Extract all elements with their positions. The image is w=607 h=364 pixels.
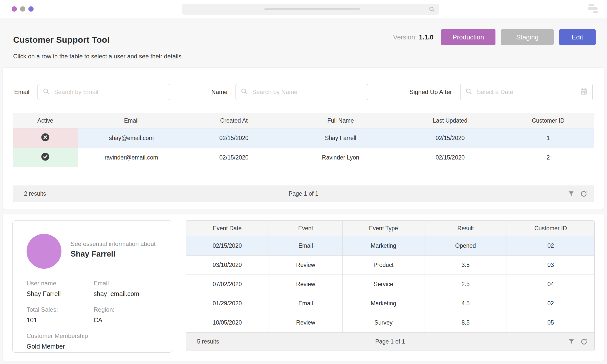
window-dot-middle[interactable] [20, 6, 25, 12]
event-date: 07/02/2020 [186, 275, 269, 294]
col-last-updated: Last Updated [398, 113, 502, 128]
detail-intro-text: See essential information about [71, 240, 156, 247]
date-input[interactable] [477, 88, 580, 96]
event: Review [269, 313, 343, 332]
production-button[interactable]: Production [441, 29, 495, 45]
col-customer-id: Customer ID [502, 113, 594, 128]
event-row[interactable]: 02/15/2020 Email Marketing Opened 02 [186, 236, 594, 256]
user-email: shay@email.com [78, 128, 185, 148]
name-filter-label: Name [211, 88, 227, 96]
event-customer-id: 05 [507, 313, 594, 332]
detail-fields: User name Shay Farrell Email shay_email.… [27, 280, 162, 350]
date-filter-label: Signed Up After [409, 88, 452, 96]
email-search-box [37, 84, 170, 100]
version-value: 1.1.0 [419, 33, 433, 41]
user-row-shay[interactable]: shay@email.com 02/15/2020 Shay Farrell 0… [13, 128, 594, 148]
search-icon [42, 88, 50, 96]
window-dot-left[interactable] [12, 6, 17, 12]
filters-row: Email Name Signed Up After [13, 84, 594, 100]
col-created-at: Created At [185, 113, 283, 128]
filter-icon[interactable] [568, 338, 575, 345]
user-row-ravinder[interactable]: ravinder@email.com 02/15/2020 Ravinder L… [13, 148, 594, 167]
users-table: Active Email Created At Full Name Last U… [13, 113, 594, 202]
users-panel: Email Name Signed Up After [3, 67, 604, 209]
header-actions: Version:1.1.0 Production Staging Edit [393, 29, 596, 45]
detail-customer-name: Shay Farrell [71, 249, 156, 259]
col-result: Result [424, 221, 507, 236]
empty-rows-area [13, 167, 594, 186]
refresh-icon[interactable] [580, 338, 588, 346]
browser-address-bar[interactable] [182, 4, 439, 15]
users-header-row: Active Email Created At Full Name Last U… [13, 113, 594, 128]
date-search-box [460, 84, 593, 100]
browser-topbar [0, 0, 607, 18]
users-table-footer: 2 results Page 1 of 1 [13, 186, 594, 202]
page-subtitle: Click on a row in the table to select a … [13, 53, 594, 60]
col-customer-id: Customer ID [507, 221, 594, 236]
col-event-type: Event Type [343, 221, 424, 236]
event: Review [269, 275, 343, 294]
customer-detail-card: See essential information about Shay Far… [12, 220, 172, 353]
event-customer-id: 02 [507, 294, 594, 313]
user-customer-id: 1 [502, 128, 594, 148]
window-dot-right[interactable] [28, 6, 34, 12]
staging-button[interactable]: Staging [501, 29, 554, 45]
calendar-icon[interactable] [580, 87, 588, 97]
email-search-input[interactable] [54, 88, 165, 96]
event-row[interactable]: 01/29/2020 Email Marketing 4.5 02 [186, 294, 594, 313]
detail-header: See essential information about Shay Far… [27, 234, 162, 269]
window-controls [12, 6, 34, 12]
search-icon [465, 88, 473, 96]
event-date: 10/05/2020 [186, 313, 269, 332]
search-icon [241, 88, 248, 96]
event: Email [269, 236, 343, 256]
user-last-updated: 02/15/2020 [398, 128, 502, 148]
user-created-at: 02/15/2020 [185, 128, 283, 148]
page-header: Customer Support Tool Click on a row in … [0, 18, 607, 60]
version-info: Version:1.1.0 [393, 33, 433, 41]
col-event: Event [269, 221, 343, 236]
event-row[interactable]: 07/02/2020 Review Service 2.5 04 [186, 275, 594, 294]
refresh-icon[interactable] [580, 190, 588, 198]
event-result: 2.5 [424, 275, 507, 294]
detail-panel: See essential information about Shay Far… [3, 214, 604, 361]
event-type: Product [343, 256, 424, 275]
event: Review [269, 256, 343, 275]
edit-button[interactable]: Edit [559, 29, 596, 45]
field-total-sales: Total Sales: 101 [27, 306, 94, 324]
page-indicator: Page 1 of 1 [13, 190, 594, 197]
field-email: Email shay_email.com [94, 280, 162, 298]
avatar [27, 234, 61, 269]
field-membership: Customer Membership Gold Member [27, 332, 94, 350]
user-customer-id: 2 [502, 148, 594, 167]
event-result: 4.5 [424, 294, 507, 313]
event-type: Marketing [343, 294, 424, 313]
users-card: Email Name Signed Up After [8, 76, 599, 203]
filter-signed-up-after: Signed Up After [409, 84, 593, 100]
user-full-name: Shay Farrell [283, 128, 398, 148]
user-full-name: Ravinder Lyon [283, 148, 398, 167]
events-section: Event Date Event Event Type Result Custo… [186, 220, 595, 351]
col-event-date: Event Date [186, 221, 269, 236]
event-type: Service [343, 275, 424, 294]
event-result: Opened [424, 236, 507, 256]
event-result: 3.5 [424, 256, 507, 275]
user-created-at: 02/15/2020 [185, 148, 283, 167]
user-last-updated: 02/15/2020 [398, 148, 502, 167]
name-search-input[interactable] [252, 88, 363, 96]
event: Email [269, 294, 343, 313]
filter-email: Email [14, 84, 170, 100]
event-customer-id: 04 [507, 275, 594, 294]
event-row[interactable]: 03/10/2020 Review Product 3.5 03 [186, 256, 594, 275]
status-cell [13, 128, 78, 148]
status-cell [13, 148, 78, 167]
event-row[interactable]: 10/05/2020 Review Survey 8.5 05 [186, 313, 594, 332]
event-date: 02/15/2020 [186, 236, 269, 256]
x-circle-icon [41, 133, 50, 143]
filter-icon[interactable] [568, 191, 574, 197]
events-header-row: Event Date Event Event Type Result Custo… [186, 221, 594, 236]
browser-menu-icon[interactable] [588, 4, 599, 13]
field-region: Region: CA [94, 306, 162, 324]
event-type: Survey [343, 313, 424, 332]
user-email: ravinder@email.com [78, 148, 185, 167]
